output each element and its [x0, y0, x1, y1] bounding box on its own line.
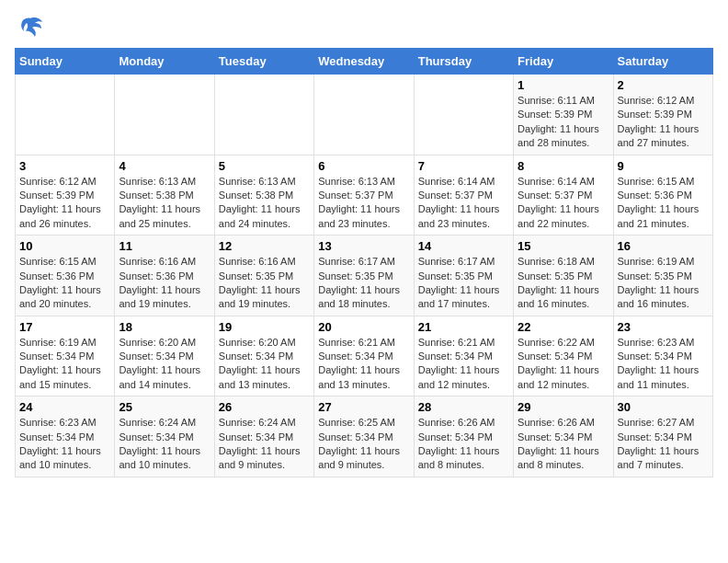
- calendar-cell: 25Sunrise: 6:24 AM Sunset: 5:34 PM Dayli…: [115, 396, 214, 477]
- day-number: 19: [219, 320, 310, 334]
- day-number: 29: [518, 400, 609, 414]
- calendar-cell: 16Sunrise: 6:19 AM Sunset: 5:35 PM Dayli…: [613, 236, 712, 316]
- calendar-cell: 30Sunrise: 6:27 AM Sunset: 5:34 PM Dayli…: [613, 396, 712, 477]
- day-number: 12: [219, 239, 310, 253]
- day-info: Sunrise: 6:12 AM Sunset: 5:39 PM Dayligh…: [19, 175, 110, 232]
- calendar-week-row-3: 17Sunrise: 6:19 AM Sunset: 5:34 PM Dayli…: [16, 316, 713, 396]
- calendar-header-wednesday: Wednesday: [314, 49, 414, 75]
- day-info: Sunrise: 6:15 AM Sunset: 5:36 PM Dayligh…: [19, 255, 110, 312]
- calendar-cell: 3Sunrise: 6:12 AM Sunset: 5:39 PM Daylig…: [16, 155, 115, 236]
- day-info: Sunrise: 6:19 AM Sunset: 5:35 PM Dayligh…: [618, 255, 709, 312]
- day-info: Sunrise: 6:15 AM Sunset: 5:36 PM Dayligh…: [618, 175, 709, 232]
- calendar-cell: 6Sunrise: 6:13 AM Sunset: 5:37 PM Daylig…: [314, 155, 414, 236]
- day-number: 21: [418, 320, 509, 334]
- day-info: Sunrise: 6:18 AM Sunset: 5:35 PM Dayligh…: [518, 255, 609, 312]
- calendar-week-row-2: 10Sunrise: 6:15 AM Sunset: 5:36 PM Dayli…: [16, 236, 713, 316]
- day-info: Sunrise: 6:13 AM Sunset: 5:38 PM Dayligh…: [119, 175, 210, 232]
- day-number: 13: [318, 239, 409, 253]
- calendar-cell: [314, 75, 414, 155]
- calendar-cell: [16, 75, 115, 155]
- calendar-header-monday: Monday: [115, 49, 214, 75]
- calendar-cell: 21Sunrise: 6:21 AM Sunset: 5:34 PM Dayli…: [414, 316, 513, 396]
- day-number: 2: [618, 78, 709, 92]
- calendar-header-row: SundayMondayTuesdayWednesdayThursdayFrid…: [16, 49, 713, 75]
- header: [15, 15, 713, 40]
- day-info: Sunrise: 6:26 AM Sunset: 5:34 PM Dayligh…: [518, 416, 609, 473]
- day-number: 16: [618, 239, 709, 253]
- calendar-cell: 19Sunrise: 6:20 AM Sunset: 5:34 PM Dayli…: [214, 316, 313, 396]
- calendar-cell: 11Sunrise: 6:16 AM Sunset: 5:36 PM Dayli…: [115, 236, 214, 316]
- calendar-cell: 12Sunrise: 6:16 AM Sunset: 5:35 PM Dayli…: [214, 236, 313, 316]
- calendar-cell: 7Sunrise: 6:14 AM Sunset: 5:37 PM Daylig…: [414, 155, 513, 236]
- calendar-header-friday: Friday: [514, 49, 613, 75]
- day-info: Sunrise: 6:22 AM Sunset: 5:34 PM Dayligh…: [518, 336, 609, 393]
- day-info: Sunrise: 6:16 AM Sunset: 5:35 PM Dayligh…: [219, 255, 310, 312]
- calendar-cell: 29Sunrise: 6:26 AM Sunset: 5:34 PM Dayli…: [514, 396, 613, 477]
- logo: [15, 15, 44, 40]
- day-number: 30: [618, 400, 709, 414]
- day-number: 26: [219, 400, 310, 414]
- day-number: 18: [119, 320, 210, 334]
- day-number: 1: [518, 78, 609, 92]
- day-number: 22: [518, 320, 609, 334]
- calendar-cell: 2Sunrise: 6:12 AM Sunset: 5:39 PM Daylig…: [613, 75, 712, 155]
- calendar-cell: 17Sunrise: 6:19 AM Sunset: 5:34 PM Dayli…: [16, 316, 115, 396]
- day-number: 17: [19, 320, 110, 334]
- calendar-week-row-0: 1Sunrise: 6:11 AM Sunset: 5:39 PM Daylig…: [16, 75, 713, 155]
- day-number: 7: [418, 159, 509, 173]
- day-info: Sunrise: 6:23 AM Sunset: 5:34 PM Dayligh…: [618, 336, 709, 393]
- calendar-header-saturday: Saturday: [613, 49, 712, 75]
- day-info: Sunrise: 6:17 AM Sunset: 5:35 PM Dayligh…: [318, 255, 409, 312]
- calendar-cell: 20Sunrise: 6:21 AM Sunset: 5:34 PM Dayli…: [314, 316, 414, 396]
- day-info: Sunrise: 6:13 AM Sunset: 5:38 PM Dayligh…: [219, 175, 310, 232]
- calendar-cell: 8Sunrise: 6:14 AM Sunset: 5:37 PM Daylig…: [514, 155, 613, 236]
- day-number: 24: [19, 400, 110, 414]
- day-number: 9: [618, 159, 709, 173]
- day-info: Sunrise: 6:27 AM Sunset: 5:34 PM Dayligh…: [618, 416, 709, 473]
- calendar-cell: 15Sunrise: 6:18 AM Sunset: 5:35 PM Dayli…: [514, 236, 613, 316]
- day-number: 25: [119, 400, 210, 414]
- calendar-cell: [214, 75, 313, 155]
- day-info: Sunrise: 6:21 AM Sunset: 5:34 PM Dayligh…: [318, 336, 409, 393]
- calendar-cell: 9Sunrise: 6:15 AM Sunset: 5:36 PM Daylig…: [613, 155, 712, 236]
- day-info: Sunrise: 6:21 AM Sunset: 5:34 PM Dayligh…: [418, 336, 509, 393]
- day-info: Sunrise: 6:25 AM Sunset: 5:34 PM Dayligh…: [318, 416, 409, 473]
- day-number: 8: [518, 159, 609, 173]
- day-number: 4: [119, 159, 210, 173]
- day-info: Sunrise: 6:23 AM Sunset: 5:34 PM Dayligh…: [19, 416, 110, 473]
- calendar-header-sunday: Sunday: [16, 49, 115, 75]
- calendar-table: SundayMondayTuesdayWednesdayThursdayFrid…: [15, 48, 713, 477]
- day-number: 20: [318, 320, 409, 334]
- calendar-cell: 24Sunrise: 6:23 AM Sunset: 5:34 PM Dayli…: [16, 396, 115, 477]
- calendar-cell: 5Sunrise: 6:13 AM Sunset: 5:38 PM Daylig…: [214, 155, 313, 236]
- calendar-cell: 26Sunrise: 6:24 AM Sunset: 5:34 PM Dayli…: [214, 396, 313, 477]
- day-info: Sunrise: 6:20 AM Sunset: 5:34 PM Dayligh…: [219, 336, 310, 393]
- calendar-cell: [115, 75, 214, 155]
- calendar-cell: 10Sunrise: 6:15 AM Sunset: 5:36 PM Dayli…: [16, 236, 115, 316]
- day-info: Sunrise: 6:24 AM Sunset: 5:34 PM Dayligh…: [219, 416, 310, 473]
- day-number: 11: [119, 239, 210, 253]
- day-info: Sunrise: 6:24 AM Sunset: 5:34 PM Dayligh…: [119, 416, 210, 473]
- calendar-cell: 28Sunrise: 6:26 AM Sunset: 5:34 PM Dayli…: [414, 396, 513, 477]
- day-info: Sunrise: 6:17 AM Sunset: 5:35 PM Dayligh…: [418, 255, 509, 312]
- day-info: Sunrise: 6:26 AM Sunset: 5:34 PM Dayligh…: [418, 416, 509, 473]
- day-number: 6: [318, 159, 409, 173]
- day-info: Sunrise: 6:13 AM Sunset: 5:37 PM Dayligh…: [318, 175, 409, 232]
- day-number: 5: [219, 159, 310, 173]
- day-info: Sunrise: 6:14 AM Sunset: 5:37 PM Dayligh…: [518, 175, 609, 232]
- day-info: Sunrise: 6:16 AM Sunset: 5:36 PM Dayligh…: [119, 255, 210, 312]
- calendar-header-tuesday: Tuesday: [214, 49, 313, 75]
- day-info: Sunrise: 6:12 AM Sunset: 5:39 PM Dayligh…: [618, 94, 709, 151]
- day-number: 27: [318, 400, 409, 414]
- logo-bird-icon: [17, 15, 44, 40]
- day-info: Sunrise: 6:11 AM Sunset: 5:39 PM Dayligh…: [518, 94, 609, 151]
- day-number: 15: [518, 239, 609, 253]
- calendar-cell: 1Sunrise: 6:11 AM Sunset: 5:39 PM Daylig…: [514, 75, 613, 155]
- calendar-cell: 4Sunrise: 6:13 AM Sunset: 5:38 PM Daylig…: [115, 155, 214, 236]
- calendar-cell: 18Sunrise: 6:20 AM Sunset: 5:34 PM Dayli…: [115, 316, 214, 396]
- day-info: Sunrise: 6:20 AM Sunset: 5:34 PM Dayligh…: [119, 336, 210, 393]
- calendar-cell: 13Sunrise: 6:17 AM Sunset: 5:35 PM Dayli…: [314, 236, 414, 316]
- calendar-cell: 23Sunrise: 6:23 AM Sunset: 5:34 PM Dayli…: [613, 316, 712, 396]
- calendar-week-row-4: 24Sunrise: 6:23 AM Sunset: 5:34 PM Dayli…: [16, 396, 713, 477]
- calendar-cell: 14Sunrise: 6:17 AM Sunset: 5:35 PM Dayli…: [414, 236, 513, 316]
